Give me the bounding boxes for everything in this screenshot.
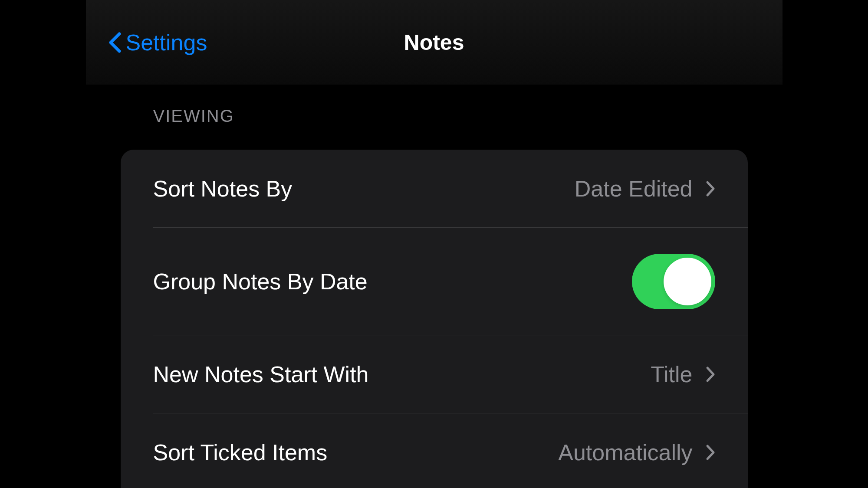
toggle-group-by-date[interactable] [632,254,715,309]
row-label: Sort Ticked Items [153,439,328,465]
section-header-viewing: VIEWING [86,106,783,126]
row-sort-notes-by[interactable]: Sort Notes By Date Edited [121,150,748,228]
back-button[interactable]: Settings [108,29,207,56]
chevron-right-icon [706,444,715,461]
row-right [632,254,715,309]
row-label: New Notes Start With [153,361,369,387]
row-value: Date Edited [575,176,693,202]
settings-screen: Settings Notes VIEWING Sort Notes By Dat… [86,0,783,488]
row-value: Automatically [558,439,692,465]
row-label: Group Notes By Date [153,269,368,295]
chevron-right-icon [706,366,715,383]
settings-group-viewing: Sort Notes By Date Edited Group Notes By… [121,150,748,488]
back-label: Settings [126,29,207,56]
row-right: Date Edited [575,176,715,202]
page-title: Notes [404,30,464,55]
chevron-right-icon [706,180,715,197]
chevron-left-icon [108,32,122,53]
toggle-knob [664,258,711,305]
row-right: Automatically [558,439,715,465]
row-label: Sort Notes By [153,176,293,202]
row-right: Title [651,361,715,387]
navigation-bar: Settings Notes [86,0,783,85]
row-sort-ticked-items[interactable]: Sort Ticked Items Automatically [121,413,748,488]
row-new-notes-start-with[interactable]: New Notes Start With Title [121,335,748,413]
row-group-notes-by-date[interactable]: Group Notes By Date [121,228,748,335]
row-value: Title [651,361,692,387]
